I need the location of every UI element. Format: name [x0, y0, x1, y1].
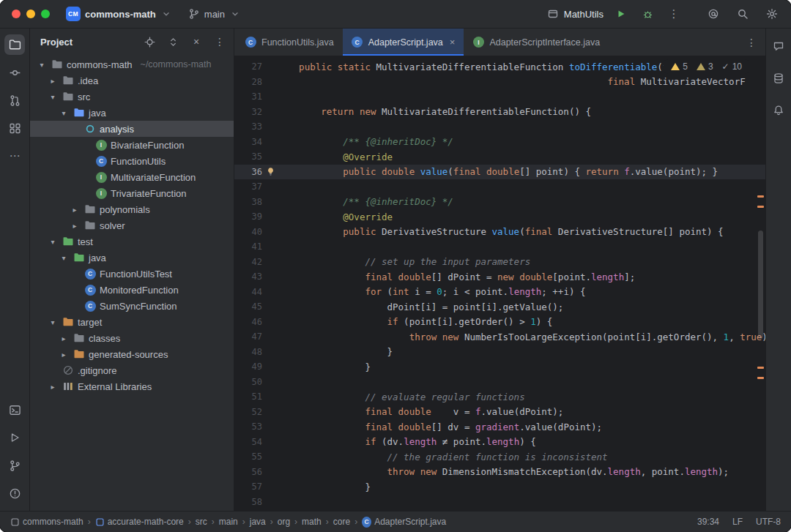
chevron-right-icon[interactable]: ▸ — [47, 77, 59, 85]
breadcrumb-adapterscript-java[interactable]: CAdapterScript.java — [362, 517, 446, 527]
code-line-37[interactable]: 37 — [234, 179, 765, 195]
run-tool-button[interactable] — [4, 427, 25, 448]
breadcrumb-main[interactable]: main — [219, 517, 238, 527]
line-number[interactable]: 32 — [234, 107, 264, 117]
tree-item-analysis[interactable]: analysis — [30, 121, 234, 137]
notifications-bell-icon[interactable] — [768, 100, 789, 121]
code-line-34[interactable]: 34 /** {@inheritDoc} */ — [234, 135, 765, 150]
inspection-widget[interactable]: 5 3 ✓ 10 — [664, 59, 749, 74]
tree-item-commons-math[interactable]: ▾commons-math~/commons-math — [30, 56, 234, 72]
code-line-49[interactable]: 49 } — [234, 359, 765, 375]
project-selector[interactable]: CM commons-math — [66, 7, 172, 21]
line-number[interactable]: 52 — [234, 407, 264, 417]
commit-tool-button[interactable] — [4, 62, 25, 83]
line-number[interactable]: 56 — [234, 467, 264, 477]
code-line-43[interactable]: 43 final double[] dPoint = new double[po… — [234, 269, 765, 285]
line-number[interactable]: 50 — [234, 377, 264, 387]
line-number[interactable]: 51 — [234, 391, 264, 402]
line-number[interactable]: 55 — [234, 452, 264, 462]
breadcrumb-java[interactable]: java — [250, 517, 266, 527]
breadcrumb-org[interactable]: org — [278, 517, 290, 527]
tree-item-java[interactable]: ▾java — [30, 250, 234, 266]
line-number[interactable]: 31 — [234, 91, 264, 102]
run-configuration-selector[interactable]: MathUtils — [547, 8, 604, 20]
breadcrumb-commons-math[interactable]: commons-math — [10, 517, 83, 527]
line-number[interactable]: 28 — [234, 77, 264, 87]
line-number[interactable]: 58 — [234, 497, 264, 507]
more-run-actions-button[interactable]: ⋮ — [665, 5, 683, 23]
tree-item-functionutils[interactable]: CFunctionUtils — [30, 153, 234, 169]
tree-item-java[interactable]: ▾java — [30, 105, 234, 121]
tab-functionutils-java[interactable]: CFunctionUtils.java — [236, 29, 343, 56]
settings-gear-icon[interactable] — [763, 5, 781, 23]
code-line-54[interactable]: 54 if (dv.length ≠ point.length) { — [234, 435, 765, 450]
code-line-55[interactable]: 55 // the gradient function is inconsist… — [234, 449, 765, 465]
search-icon[interactable] — [734, 5, 751, 23]
line-number[interactable]: 38 — [234, 197, 264, 207]
line-number[interactable]: 46 — [234, 317, 264, 327]
scrollbar-thumb[interactable] — [758, 231, 763, 339]
line-number[interactable]: 44 — [234, 287, 264, 297]
line-number[interactable]: 34 — [234, 137, 264, 147]
chevron-right-icon[interactable]: ▸ — [58, 334, 70, 342]
tree-item-src[interactable]: ▾src — [30, 89, 234, 105]
code-line-38[interactable]: 38 /** {@inheritDoc} */ — [234, 195, 765, 210]
intention-bulb-icon[interactable] — [264, 167, 277, 176]
code-line-56[interactable]: 56 throw new DimensionMismatchException(… — [234, 465, 765, 480]
line-number[interactable]: 43 — [234, 271, 264, 282]
line-number[interactable]: 57 — [234, 482, 264, 492]
line-number[interactable]: 53 — [234, 422, 264, 432]
stripe-mark[interactable] — [757, 195, 764, 198]
database-icon[interactable] — [768, 68, 789, 89]
ai-assistant-icon[interactable] — [768, 36, 789, 56]
code-line-58[interactable]: 58 — [234, 495, 765, 510]
tree-item-monitoredfunction[interactable]: CMonitoredFunction — [30, 282, 234, 298]
tree-item-gitignore[interactable]: .gitignore — [30, 362, 234, 378]
tab-options-icon[interactable]: ⋮ — [738, 29, 765, 56]
code-line-45[interactable]: 45 dPoint[i] = point[i].getValue(); — [234, 299, 765, 315]
problems-tool-button[interactable] — [4, 483, 25, 503]
run-button[interactable] — [612, 5, 630, 23]
inspections-ok-count[interactable]: ✓ 10 — [722, 61, 742, 72]
breadcrumb-math[interactable]: math — [302, 517, 322, 527]
tree-item-trivariatefunction[interactable]: ITrivariateFunction — [30, 185, 234, 201]
tree-item-classes[interactable]: ▸classes — [30, 330, 234, 346]
line-number[interactable]: 27 — [234, 61, 264, 72]
code-line-28[interactable]: 28 final MultivariateVectorF — [234, 75, 765, 90]
tab-adapterscript-java[interactable]: CAdapterScript.java× — [343, 29, 464, 56]
stripe-mark[interactable] — [757, 377, 764, 379]
stripe-mark[interactable] — [757, 367, 764, 369]
line-number[interactable]: 49 — [234, 361, 264, 372]
chevron-down-icon[interactable]: ▾ — [47, 93, 59, 101]
locate-file-icon[interactable] — [143, 35, 156, 48]
chevron-down-icon[interactable]: ▾ — [58, 109, 70, 117]
code-line-50[interactable]: 50 — [234, 375, 765, 390]
tree-item-multivariatefunction[interactable]: IMultivariateFunction — [30, 169, 234, 185]
chevron-right-icon[interactable]: ▸ — [47, 383, 59, 391]
chevron-down-icon[interactable]: ▾ — [47, 318, 59, 326]
code-line-31[interactable]: 31 — [234, 89, 765, 105]
branch-selector[interactable]: main — [188, 8, 241, 20]
hide-panel-icon[interactable]: × — [190, 35, 203, 48]
tab-adapterscriptinterface-java[interactable]: IAdapterScriptInterface.java — [464, 29, 609, 56]
line-number[interactable]: 37 — [234, 181, 264, 192]
line-number[interactable]: 33 — [234, 121, 264, 132]
git-tool-button[interactable] — [4, 455, 25, 476]
tree-item-solver[interactable]: ▸solver — [30, 217, 234, 233]
line-number[interactable]: 41 — [234, 241, 264, 252]
code-line-46[interactable]: 46 if (point[i].getOrder() > 1) { — [234, 315, 765, 330]
more-tools-button[interactable]: ⋯ — [4, 146, 25, 166]
line-number[interactable]: 40 — [234, 227, 264, 237]
project-tool-button[interactable] — [4, 34, 25, 55]
tree-item-idea[interactable]: ▸.idea — [30, 72, 234, 89]
tree-item-test[interactable]: ▾test — [30, 233, 234, 250]
code-line-41[interactable]: 41 — [234, 239, 765, 255]
maximize-window-button[interactable] — [41, 10, 50, 18]
minimize-window-button[interactable] — [26, 10, 35, 18]
code-line-39[interactable]: 39 @Override — [234, 209, 765, 225]
code-line-32[interactable]: 32 return new MultivariateDifferentiable… — [234, 105, 765, 120]
line-number[interactable]: 35 — [234, 151, 264, 162]
chevron-right-icon[interactable]: ▸ — [69, 222, 81, 230]
terminal-tool-button[interactable] — [4, 400, 25, 420]
chevron-right-icon[interactable]: ▸ — [58, 351, 70, 359]
